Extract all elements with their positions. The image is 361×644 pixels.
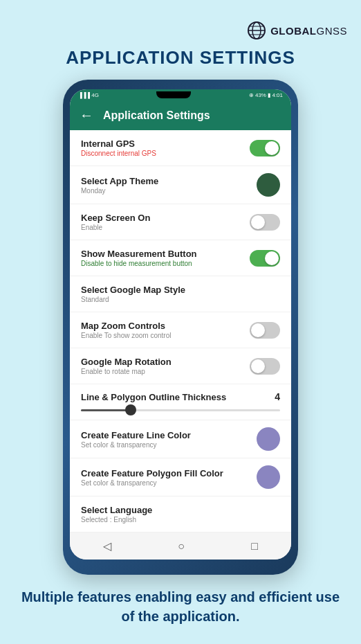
status-left: ▐▐▐ 4G: [78, 92, 99, 98]
setting-subtitle-language: Selected : English: [81, 516, 280, 524]
setting-subtitle-app-theme: Monday: [81, 187, 251, 195]
toggle-keep-screen[interactable]: [250, 214, 280, 231]
page-title: APPLICATION SETTINGS: [66, 47, 295, 69]
setting-info-polygon-color: Create Feature Polygon Fill Color Set co…: [81, 468, 251, 487]
setting-subtitle-line-color: Set color & transparency: [81, 441, 251, 449]
status-bar: ▐▐▐ 4G ⊕ 43% ▮ 4:01: [70, 89, 291, 100]
settings-list: Internal GPS Disconnect internal GPS Sel…: [70, 130, 291, 533]
toggle-zoom-controls[interactable]: [250, 322, 280, 339]
signal-icon: ▐▐▐ 4G: [78, 92, 99, 98]
setting-keep-screen[interactable]: Keep Screen On Enable: [70, 204, 291, 240]
battery-status: ⊕ 43% ▮ 4:01: [249, 92, 283, 98]
setting-title-map-rotation: Google Map Rotation: [81, 357, 244, 367]
setting-subtitle-map-style: Standard: [81, 296, 280, 303]
toggle-map-rotation[interactable]: [250, 358, 280, 375]
toggle-knob-map-rotation: [251, 359, 265, 373]
toggle-internal-gps[interactable]: [250, 140, 280, 156]
setting-subtitle-polygon-color: Set color & transparency: [81, 479, 251, 487]
phone-screen: ▐▐▐ 4G ⊕ 43% ▮ 4:01 ← Application Settin…: [70, 89, 291, 560]
setting-subtitle-zoom-controls: Enable To show zoom control: [81, 332, 244, 339]
logo-area: GLOBALGNSS: [247, 21, 347, 40]
setting-info-line-color: Create Feature Line Color Set color & tr…: [81, 430, 251, 449]
app-bar: ← Application Settings: [70, 100, 291, 130]
toggle-knob-keep-screen: [251, 215, 265, 229]
line-color-circle[interactable]: [257, 427, 280, 451]
setting-title-measurement-button: Show Measurement Button: [81, 249, 244, 259]
setting-info-language: Select Language Selected : English: [81, 505, 280, 524]
polygon-color-circle[interactable]: [257, 465, 280, 489]
app-bar-title: Application Settings: [103, 109, 210, 122]
setting-internal-gps[interactable]: Internal GPS Disconnect internal GPS: [70, 130, 291, 166]
setting-subtitle-measurement-button: Disable to hide measurement button: [81, 260, 244, 267]
setting-info-internal-gps: Internal GPS Disconnect internal GPS: [81, 138, 244, 157]
phone-frame: ▐▐▐ 4G ⊕ 43% ▮ 4:01 ← Application Settin…: [63, 80, 298, 575]
setting-line-color[interactable]: Create Feature Line Color Set color & tr…: [70, 420, 291, 458]
setting-info-map-style: Select Google Map Style Standard: [81, 285, 280, 303]
setting-app-theme[interactable]: Select App Theme Monday: [70, 166, 291, 204]
notch: [156, 91, 191, 98]
setting-title-keep-screen: Keep Screen On: [81, 213, 244, 223]
slider-fill: [81, 409, 131, 411]
back-button[interactable]: ←: [80, 107, 93, 123]
setting-title-internal-gps: Internal GPS: [81, 138, 244, 149]
setting-title-polygon-color: Create Feature Polygon Fill Color: [81, 468, 251, 478]
setting-polygon-color[interactable]: Create Feature Polygon Fill Color Set co…: [70, 458, 291, 497]
toggle-knob-measurement-button: [265, 251, 279, 265]
setting-subtitle-map-rotation: Enable to rotate map: [81, 368, 244, 375]
logo-text: GLOBALGNSS: [270, 25, 347, 37]
slider-value: 4: [275, 391, 280, 402]
setting-info-measurement-button: Show Measurement Button Disable to hide …: [81, 249, 244, 267]
setting-info-keep-screen: Keep Screen On Enable: [81, 213, 244, 231]
toggle-knob-internal-gps: [265, 141, 279, 155]
toggle-measurement-button[interactable]: [250, 250, 280, 267]
theme-color-circle[interactable]: [257, 173, 280, 197]
setting-title-line-color: Create Feature Line Color: [81, 430, 251, 440]
setting-title-app-theme: Select App Theme: [81, 176, 251, 186]
slider-thumb[interactable]: [125, 404, 136, 415]
slider-section: Line & Polygon Outline Thickness 4: [70, 384, 291, 420]
bottom-nav: ◁ ○ □: [70, 533, 291, 560]
setting-subtitle-internal-gps: Disconnect internal GPS: [81, 150, 244, 157]
setting-info-map-rotation: Google Map Rotation Enable to rotate map: [81, 357, 244, 375]
top-header: GLOBALGNSS: [0, 14, 361, 43]
setting-zoom-controls[interactable]: Map Zoom Controls Enable To show zoom co…: [70, 312, 291, 348]
setting-info-app-theme: Select App Theme Monday: [81, 176, 251, 195]
slider-title: Line & Polygon Outline Thickness: [81, 392, 226, 402]
setting-title-language: Select Language: [81, 505, 280, 515]
nav-back-icon[interactable]: ◁: [103, 539, 111, 553]
setting-measurement-button[interactable]: Show Measurement Button Disable to hide …: [70, 240, 291, 276]
setting-subtitle-keep-screen: Enable: [81, 224, 244, 231]
setting-language[interactable]: Select Language Selected : English: [70, 497, 291, 533]
toggle-knob-zoom-controls: [251, 323, 265, 337]
status-right: ⊕ 43% ▮ 4:01: [249, 92, 283, 98]
globe-icon: [247, 21, 266, 40]
setting-info-zoom-controls: Map Zoom Controls Enable To show zoom co…: [81, 321, 244, 339]
nav-home-icon[interactable]: ○: [178, 540, 185, 553]
setting-title-zoom-controls: Map Zoom Controls: [81, 321, 244, 331]
slider-track[interactable]: [81, 409, 280, 411]
setting-title-map-style: Select Google Map Style: [81, 285, 280, 295]
footer-text: Multiple features enabling easy and effi…: [0, 587, 361, 626]
setting-map-style[interactable]: Select Google Map Style Standard: [70, 276, 291, 312]
nav-recent-icon[interactable]: □: [251, 540, 258, 553]
slider-header: Line & Polygon Outline Thickness 4: [81, 391, 280, 402]
setting-map-rotation[interactable]: Google Map Rotation Enable to rotate map: [70, 348, 291, 384]
